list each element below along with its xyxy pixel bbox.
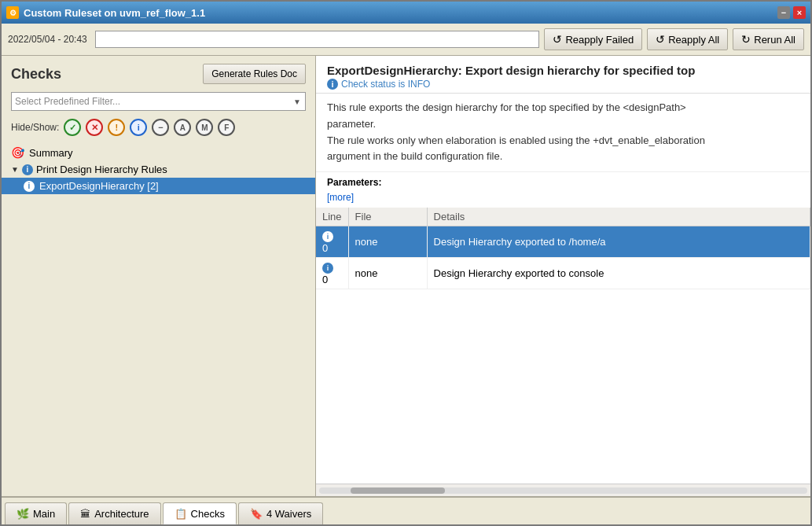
summary-icon: 🎯 <box>11 146 24 159</box>
toggle-passed-button[interactable]: ✓ <box>64 119 81 136</box>
status-info-icon: i <box>327 79 338 90</box>
group-info-icon: i <box>22 164 33 175</box>
minimize-button[interactable]: − <box>777 6 790 19</box>
results-table: Line File Details i 0 none Design <box>316 208 810 289</box>
col-header-details: Details <box>427 208 810 226</box>
tab-checks[interactable]: 📋 Checks <box>163 502 237 524</box>
scroll-thumb[interactable] <box>351 487 445 494</box>
row2-file: none <box>348 258 427 289</box>
rerun-all-icon: ↻ <box>741 33 751 46</box>
tab-main[interactable]: 🌿 Main <box>5 502 67 524</box>
toggle-a-button[interactable]: A <box>174 119 191 136</box>
row1-file: none <box>348 226 427 258</box>
filter-row: Select Predefined Filter... ▼ <box>2 89 315 114</box>
row2-details: Design Hierarchy exported to console <box>427 258 810 289</box>
hide-show-row: Hide/Show: ✓ ✕ ! i − A M F <box>2 114 315 141</box>
checks-header: Checks Generate Rules Doc <box>2 56 315 89</box>
scroll-track <box>319 487 807 494</box>
col-header-file: File <box>348 208 427 226</box>
table-row[interactable]: i 0 none Design Hierarchy exported to co… <box>316 258 810 289</box>
more-link-area: [more] <box>316 191 810 208</box>
toolbar: 2022/05/04 - 20:43 ↺ Reapply Failed ↺ Re… <box>2 24 810 56</box>
waivers-tab-label: 4 Waivers <box>266 508 311 520</box>
summary-label: Summary <box>29 147 73 159</box>
tree-item-export-design[interactable]: i ExportDesignHierarchy [2] <box>2 178 315 194</box>
desc-line2: parameter. <box>327 116 799 133</box>
main-tab-label: Main <box>33 508 55 520</box>
content-area: Checks Generate Rules Doc Select Predefi… <box>2 56 810 496</box>
right-panel: ExportDesignHierarchy: Export design hie… <box>316 56 810 496</box>
tree-group-print-design[interactable]: ▼ i Print Design Hierarchy Rules <box>2 161 315 178</box>
filter-wrapper: Select Predefined Filter... ▼ <box>11 92 306 111</box>
search-input[interactable] <box>95 31 540 48</box>
left-panel: Checks Generate Rules Doc Select Predefi… <box>2 56 316 496</box>
item-info-icon: i <box>24 181 35 192</box>
table-row[interactable]: i 0 none Design Hierarchy exported to /h… <box>316 226 810 258</box>
row1-info-icon: i <box>322 231 333 242</box>
datetime-label: 2022/05/04 - 20:43 <box>8 34 87 45</box>
expand-arrow-icon[interactable]: ▼ <box>11 165 19 174</box>
row1-line: i 0 <box>316 226 348 258</box>
toggle-f-button[interactable]: F <box>218 119 235 136</box>
rerun-all-button[interactable]: ↻ Rerun All <box>733 28 804 50</box>
toggle-info-button[interactable]: i <box>130 119 147 136</box>
row2-line: i 0 <box>316 258 348 289</box>
checks-tab-label: Checks <box>191 508 225 520</box>
col-header-line: Line <box>316 208 348 226</box>
reapply-all-icon: ↺ <box>656 33 665 46</box>
window-title: Custom Ruleset on uvm_ref_flow_1.1 <box>24 7 777 19</box>
waivers-tab-icon: 🔖 <box>250 508 263 520</box>
main-tab-icon: 🌿 <box>17 508 29 520</box>
desc-line3: The rule works only when elaboration is … <box>327 133 799 149</box>
window-icon: ⚙ <box>6 6 19 19</box>
detail-description: This rule exports the design hierarchy f… <box>316 94 810 172</box>
detail-title: ExportDesignHierarchy: Export design hie… <box>327 64 799 77</box>
detail-header: ExportDesignHierarchy: Export design hie… <box>316 56 810 94</box>
architecture-tab-icon: 🏛 <box>80 508 90 520</box>
horizontal-scrollbar[interactable] <box>316 484 810 496</box>
desc-line4: argument in the build configuration file… <box>327 149 799 165</box>
checks-tab-icon: 📋 <box>175 508 187 520</box>
toggle-warning-button[interactable]: ! <box>108 119 125 136</box>
generate-rules-button[interactable]: Generate Rules Doc <box>203 64 306 84</box>
desc-line1: This rule exports the design hierarchy f… <box>327 100 799 116</box>
toggle-failed-button[interactable]: ✕ <box>86 119 103 136</box>
main-window: ⚙ Custom Ruleset on uvm_ref_flow_1.1 − ×… <box>0 0 812 526</box>
more-link[interactable]: [more] <box>327 192 354 203</box>
params-label: Parameters: <box>316 172 810 191</box>
reapply-failed-icon: ↺ <box>553 33 562 46</box>
toggle-m-button[interactable]: M <box>196 119 213 136</box>
group-label: Print Design Hierarchy Rules <box>36 164 167 175</box>
predefined-filter-select[interactable]: Select Predefined Filter... <box>11 92 306 111</box>
row1-details: Design Hierarchy exported to /home/a <box>427 226 810 258</box>
architecture-tab-label: Architecture <box>94 508 149 520</box>
export-design-label: ExportDesignHierarchy [2] <box>39 180 159 192</box>
detail-table-area: Line File Details i 0 none Design <box>316 208 810 484</box>
status-label: Check status is INFO <box>341 79 430 90</box>
checks-title: Checks <box>11 66 61 83</box>
tree-item-summary[interactable]: 🎯 Summary <box>2 144 315 161</box>
toggle-minus-button[interactable]: − <box>152 119 169 136</box>
tab-architecture[interactable]: 🏛 Architecture <box>68 502 160 524</box>
tab-waivers[interactable]: 🔖 4 Waivers <box>238 502 323 524</box>
bottom-tabs: 🌿 Main 🏛 Architecture 📋 Checks 🔖 4 Waive… <box>2 496 810 524</box>
row2-info-icon: i <box>322 263 333 274</box>
hide-show-label: Hide/Show: <box>11 122 59 133</box>
detail-status: i Check status is INFO <box>327 79 799 90</box>
reapply-failed-button[interactable]: ↺ Reapply Failed <box>544 28 642 50</box>
tree-area: 🎯 Summary ▼ i Print Design Hierarchy Rul… <box>2 141 315 496</box>
reapply-all-button[interactable]: ↺ Reapply All <box>647 28 728 50</box>
close-button[interactable]: × <box>793 6 806 19</box>
titlebar: ⚙ Custom Ruleset on uvm_ref_flow_1.1 − × <box>2 2 810 24</box>
